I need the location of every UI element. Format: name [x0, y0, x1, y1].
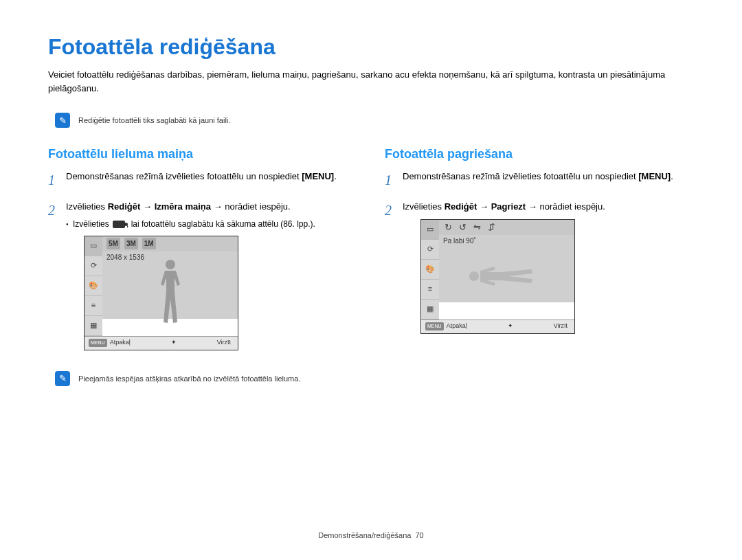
note-icon: ✎	[55, 371, 70, 386]
tool-color-icon: 🎨	[421, 260, 439, 280]
intro-text: Veiciet fotoattēlu rediģēšanas darbības,…	[48, 68, 694, 95]
step2-edit: Rediģēt	[108, 201, 141, 212]
tool-crop-icon: ▭	[85, 236, 102, 256]
footer-section: Demonstrēšana/rediģēšana	[318, 531, 411, 539]
page-title: Fotoattēla rediģēšana	[48, 34, 694, 60]
step-1-left: 1 Demonstrēšanas režīmā izvēlieties foto…	[48, 170, 357, 190]
startup-size-icon	[160, 240, 170, 247]
step2-edit: Rediģēt	[445, 201, 477, 212]
tool-color-icon: 🎨	[85, 276, 102, 296]
step-number: 2	[385, 200, 394, 334]
step-2-left: 2 Izvēlieties Rediģēt → Izmēra maiņa → n…	[48, 200, 357, 350]
resize-screen-mock: ▭ ⟳ 🎨 ≡ ▦ 5M 3M 1M	[84, 236, 238, 350]
step2-post: norādiet iespēju.	[225, 201, 290, 212]
step1-post: .	[334, 171, 337, 181]
step1-text: Demonstrēšanas režīmā izvēlieties fotoat…	[403, 171, 638, 181]
rotate-left-icon: ↺	[459, 221, 466, 234]
step2-post: norādiet iespēju.	[539, 201, 605, 212]
step1-text: Demonstrēšanas režīmā izvēlieties fotoat…	[66, 171, 302, 181]
nav-icon: ✦	[171, 339, 177, 346]
left-column: Fotoattēlu lieluma maiņa 1 Demonstrēšana…	[48, 147, 357, 405]
menu-button-ref: [MENU]	[638, 171, 671, 181]
step2-resize: Izmēra maiņa	[155, 201, 211, 212]
startup-image-icon	[113, 221, 125, 228]
step2-pre: Izvēlieties	[66, 201, 108, 212]
side-icons: ▭ ⟳ 🎨 ≡ ▦	[85, 236, 102, 336]
flip-v-icon: ⇵	[488, 221, 495, 234]
arrow: →	[143, 201, 155, 212]
menu-button-ref: [MENU]	[302, 171, 334, 181]
step2-pre: Izvēlieties	[403, 201, 445, 212]
step-number: 1	[385, 170, 394, 190]
person-silhouette	[157, 260, 184, 325]
rotate-label: Pa labi 90˚	[439, 235, 574, 247]
step-number: 2	[48, 200, 58, 350]
rotate-screen-mock: ▭ ⟳ 🎨 ≡ ▦ ↻ ↺ ⇋ ⇵	[420, 219, 575, 334]
page-footer: Demonstrēšana/rediģēšana 70	[0, 531, 742, 539]
size-3m: 3M	[124, 238, 138, 249]
sub-bullet: Izvēlieties , lai fotoattēlu saglabātu k…	[66, 218, 357, 230]
flip-h-icon: ⇋	[473, 221, 481, 234]
tool-effect-icon: ▦	[85, 316, 102, 336]
step-number: 1	[48, 170, 58, 190]
step-2-right: 2 Izvēlieties Rediģēt → Pagriezt → norād…	[385, 200, 694, 334]
size-1m: 1M	[142, 238, 156, 249]
nav-icon: ✦	[508, 322, 513, 329]
arrow: →	[528, 201, 540, 212]
move-label: Virzīt	[217, 338, 238, 348]
section-title-rotate: Fotoattēla pagriešana	[385, 147, 694, 161]
screen-bottom-bar: MENU Atpakaļ ✦ Virzīt	[421, 320, 574, 333]
rotate-right-icon: ↻	[445, 221, 452, 234]
tool-adjust-icon: ≡	[421, 280, 439, 300]
menu-badge: MENU	[425, 322, 444, 331]
screen-bottom-bar: MENU Atpakaļ ✦ Virzīt	[85, 336, 238, 350]
arrow: →	[480, 201, 491, 212]
step1-post: .	[671, 171, 673, 181]
tool-crop-icon: ▭	[421, 220, 439, 240]
tool-rotate-icon: ⟳	[421, 240, 439, 260]
size-5m: 5M	[106, 238, 120, 249]
tool-rotate-icon: ⟳	[85, 256, 102, 276]
note-text-1: Rediģētie fotoattēli tiks saglabāti kā j…	[78, 116, 230, 124]
note-box-1: ✎ Rediģētie fotoattēli tiks saglabāti kā…	[48, 107, 694, 133]
right-column: Fotoattēla pagriešana 1 Demonstrēšanas r…	[385, 147, 694, 405]
step-1-right: 1 Demonstrēšanas režīmā izvēlieties foto…	[385, 170, 694, 190]
move-label: Virzīt	[554, 322, 574, 331]
section-title-resize: Fotoattēlu lieluma maiņa	[48, 147, 357, 161]
menu-badge: MENU	[89, 339, 107, 348]
note-box-2: ✎ Pieejamās iespējas atšķiras atkarībā n…	[48, 366, 357, 392]
footer-page-number: 70	[416, 531, 424, 539]
rotate-options-row: ↻ ↺ ⇋ ⇵	[439, 220, 574, 235]
step2-rotate: Pagriezt	[491, 201, 526, 212]
back-label: Atpakaļ	[447, 322, 467, 331]
tool-adjust-icon: ≡	[85, 296, 102, 316]
arrow: →	[214, 201, 225, 212]
note-icon: ✎	[55, 113, 70, 128]
person-silhouette-rotated	[469, 259, 545, 293]
side-icons: ▭ ⟳ 🎨 ≡ ▦	[421, 220, 439, 320]
note-text-2: Pieejamās iespējas atšķiras atkarībā no …	[78, 374, 300, 383]
size-options-row: 5M 3M 1M	[102, 236, 238, 251]
back-label: Atpakaļ	[110, 338, 131, 348]
tool-effect-icon: ▦	[421, 300, 439, 320]
